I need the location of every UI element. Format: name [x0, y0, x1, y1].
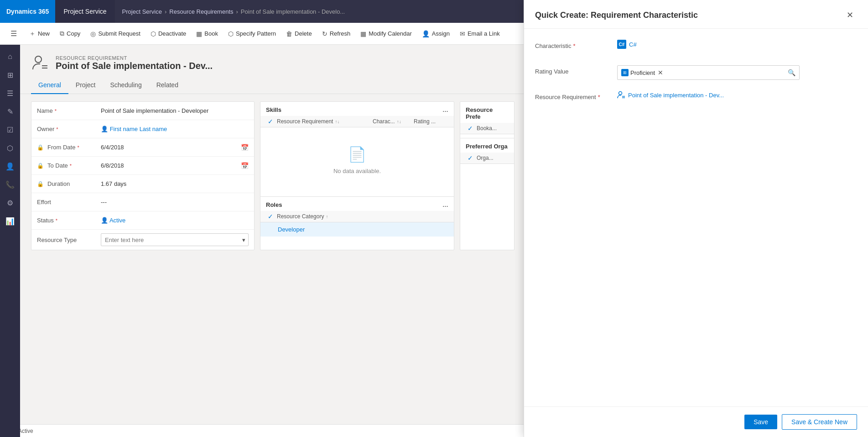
skills-dots-menu[interactable]: … — [442, 106, 448, 113]
roles-panel-header: Roles … — [260, 197, 454, 211]
skills-panel: Skills … ✓ Resource Requirement ↑↓ Chara… — [260, 101, 454, 250]
tab-general[interactable]: General — [31, 77, 68, 94]
to-date-required: * — [70, 163, 72, 168]
preferred-org-col[interactable]: Orga... — [477, 155, 494, 161]
resource-type-field: ▾ — [101, 233, 249, 246]
name-label: Name * — [37, 107, 101, 114]
copy-button[interactable]: ⧉ Copy — [55, 27, 85, 40]
from-date-value: 6/4/2018 — [101, 144, 241, 151]
calendar-icon-to[interactable]: 📅 — [241, 162, 249, 169]
resource-requirement-label: Resource Requirement * — [535, 91, 617, 100]
general-form-panel: Name * Point of Sale implementation - De… — [31, 101, 255, 250]
name-value: Point of Sale implementation - Developer — [101, 107, 249, 114]
status-label: Status * — [37, 217, 101, 224]
sidebar-icon-accounts[interactable]: ☰ — [2, 85, 18, 101]
tab-project[interactable]: Project — [68, 77, 103, 94]
save-create-new-button[interactable]: Save & Create New — [782, 414, 857, 430]
characteristic-field-value[interactable]: C# C# — [617, 40, 857, 49]
new-button[interactable]: ＋ New — [25, 27, 54, 41]
new-icon: ＋ — [29, 30, 36, 38]
email-link-button[interactable]: ✉ Email a Link — [455, 27, 504, 40]
to-date-value: 6/8/2018 — [101, 162, 241, 169]
skills-no-data: 📄 No data available. — [260, 127, 454, 193]
save-button[interactable]: Save — [744, 415, 777, 429]
assign-button[interactable]: 👤 Assign — [417, 27, 454, 40]
sidebar-icon-settings[interactable]: ⚙ — [2, 195, 18, 211]
roles-dots-menu[interactable]: … — [442, 201, 448, 208]
content-area: Name * Point of Sale implementation - De… — [20, 94, 525, 258]
specify-pattern-icon: ⬡ — [228, 30, 234, 37]
roles-row-value[interactable]: Developer — [278, 226, 449, 233]
charac-sort-icon: ↑↓ — [397, 119, 401, 124]
resource-prefs-check-col: ✓ — [464, 125, 477, 132]
deactivate-button[interactable]: ⬡ Deactivate — [146, 27, 191, 40]
qc-close-button[interactable]: ✕ — [843, 8, 857, 22]
tab-scheduling[interactable]: Scheduling — [103, 77, 149, 94]
submit-request-button[interactable]: ◎ Submit Request — [86, 27, 145, 40]
svg-point-0 — [35, 56, 42, 63]
sidebar-icon-dashboard[interactable]: ⊞ — [2, 67, 18, 83]
skills-panel-header: Skills … — [260, 102, 454, 116]
characteristic-value: C# C# — [617, 40, 857, 49]
record-icon — [31, 54, 49, 72]
skills-charac-col[interactable]: Charac... ↑↓ — [373, 118, 414, 125]
duration-label: 🔒 Duration — [37, 180, 101, 187]
skills-check-icon: ✓ — [268, 118, 273, 125]
deactivate-icon: ⬡ — [151, 30, 156, 37]
status-value[interactable]: 👤 Active — [101, 217, 249, 224]
resource-type-label: Resource Type — [37, 237, 101, 243]
tabs-bar: General Project Scheduling Related — [20, 77, 525, 94]
resource-type-input[interactable] — [101, 237, 239, 243]
refresh-icon: ↻ — [322, 30, 327, 37]
rating-tag-remove[interactable]: ✕ — [658, 69, 663, 76]
specify-pattern-button[interactable]: ⬡ Specify Pattern — [223, 27, 281, 40]
resource-requirement-link[interactable]: Point of Sale implementation - Dev... — [617, 91, 857, 99]
project-service-tab[interactable]: Project Service — [55, 0, 114, 23]
preferred-org-header: Preferred Orga — [460, 138, 514, 153]
modify-calendar-button[interactable]: ▦ Modify Calendar — [356, 27, 416, 40]
sidebar-icon-people[interactable]: 👤 — [2, 158, 18, 174]
rating-value-row: Rating Value ⊞ Proficient ✕ 🔍 — [535, 65, 857, 82]
refresh-button[interactable]: ↻ Refresh — [317, 27, 355, 40]
resource-prefs-bookable-col[interactable]: Booka... — [477, 125, 497, 132]
rating-value-input-field[interactable]: ⊞ Proficient ✕ 🔍 — [617, 65, 800, 80]
resource-prefs-panel: Resource Prefe ✓ Booka... Preferred Orga… — [460, 101, 515, 250]
resource-prefs-check-icon: ✓ — [468, 125, 473, 132]
sidebar-icon-phone[interactable]: 📞 — [2, 176, 18, 193]
resource-requirement-required: * — [598, 94, 600, 100]
sidebar-icon-reports[interactable]: 📊 — [2, 213, 18, 229]
assign-icon: 👤 — [422, 30, 430, 37]
skills-req-col[interactable]: Resource Requirement ↑↓ — [277, 118, 373, 125]
breadcrumb-resource-requirements[interactable]: Resource Requirements — [169, 8, 233, 15]
calendar-icon-from[interactable]: 📅 — [241, 144, 249, 151]
rating-value-tag: ⊞ Proficient ✕ — [618, 69, 667, 76]
lock-icon-to: 🔒 — [37, 163, 44, 169]
sidebar-icon-notes[interactable]: ✎ — [2, 103, 18, 120]
rating-search-icon[interactable]: 🔍 — [784, 69, 799, 76]
modify-calendar-icon: ▦ — [360, 30, 366, 37]
breadcrumb-project-service[interactable]: Project Service — [122, 8, 162, 15]
record-title: Point of Sale implementation - Dev... — [56, 61, 213, 71]
status-label: Active — [18, 428, 33, 434]
dynamics-logo[interactable]: Dynamics 365 — [0, 0, 55, 23]
resource-type-dropdown[interactable]: ▾ — [101, 233, 249, 246]
hamburger-button[interactable]: ☰ — [4, 23, 24, 45]
resource-prefs-table-header: ✓ Booka... — [460, 123, 514, 134]
to-date-label: 🔒 To Date * — [37, 162, 101, 169]
tab-related[interactable]: Related — [149, 77, 186, 94]
sidebar-icon-docs[interactable]: ⬡ — [2, 140, 18, 156]
delete-button[interactable]: 🗑 Delete — [281, 27, 317, 40]
skills-rating-col[interactable]: Rating ... — [414, 118, 450, 125]
characteristic-label: Characteristic * — [535, 40, 617, 49]
sidebar-icon-home[interactable]: ⌂ — [2, 48, 18, 65]
from-date-required: * — [77, 145, 79, 150]
sidebar-icon-tasks[interactable]: ☑ — [2, 121, 18, 138]
characteristic-required: * — [573, 42, 575, 49]
owner-label: Owner * — [37, 126, 101, 132]
book-icon: ▦ — [196, 30, 202, 37]
book-button[interactable]: ▦ Book — [192, 27, 223, 40]
roles-resource-cat-col[interactable]: Resource Category ↑ — [277, 213, 450, 220]
copy-icon: ⧉ — [60, 30, 64, 37]
owner-value[interactable]: 👤 First name Last name — [101, 126, 249, 132]
sidebar: ⌂ ⊞ ☰ ✎ ☑ ⬡ 👤 📞 ⚙ 📊 — [0, 45, 20, 437]
